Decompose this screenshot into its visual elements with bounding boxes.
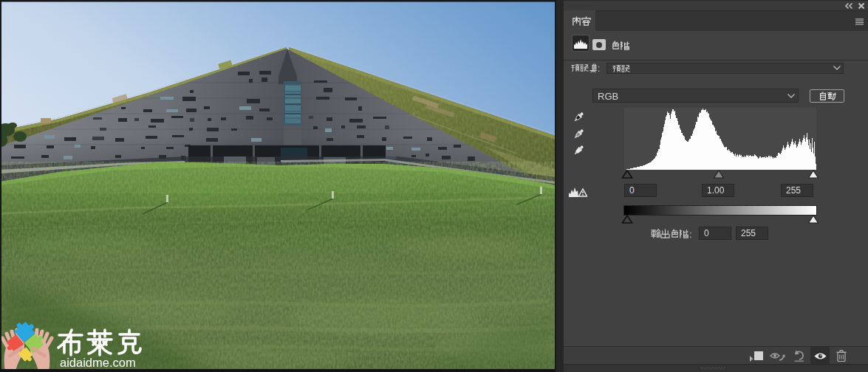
svg-text:aidaidme.com: aidaidme.com	[60, 356, 136, 369]
